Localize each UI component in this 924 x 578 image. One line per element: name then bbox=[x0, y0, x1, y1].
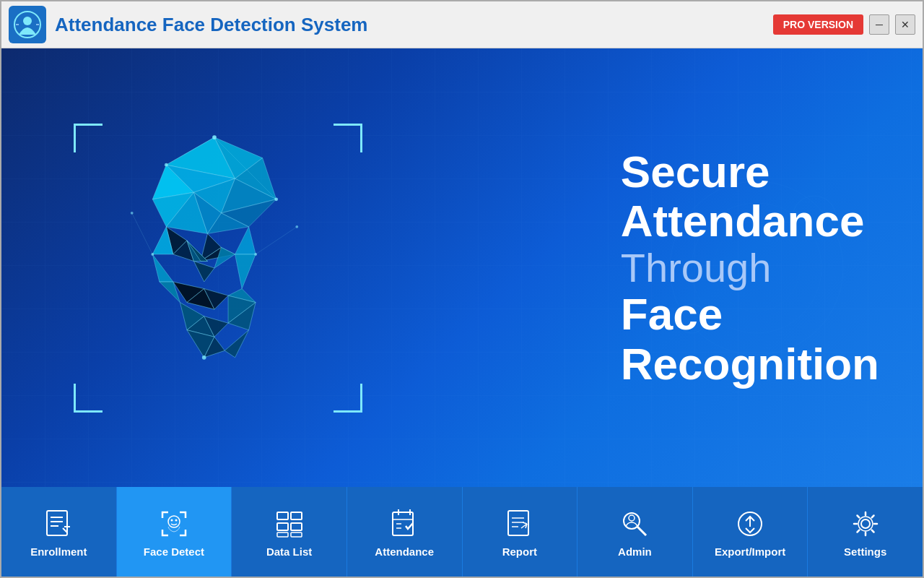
hero-banner: Secure Attendance Through Face Recogniti… bbox=[1, 48, 923, 487]
nav-label-data-list: Data List bbox=[266, 545, 312, 558]
nav-label-face-detect: Face Detect bbox=[144, 545, 204, 558]
app-title: Attendance Face Detection System bbox=[55, 14, 367, 36]
nav-item-settings[interactable]: Settings bbox=[808, 487, 923, 577]
nav-label-settings: Settings bbox=[844, 545, 886, 558]
svg-point-49 bbox=[151, 253, 154, 256]
export-import-icon bbox=[733, 506, 767, 541]
svg-marker-25 bbox=[235, 226, 256, 254]
hero-tagline-line3: Through bbox=[621, 246, 879, 290]
hero-tagline-line5: Recognition bbox=[621, 339, 879, 388]
svg-point-83 bbox=[629, 515, 635, 521]
svg-point-50 bbox=[254, 253, 257, 256]
svg-point-1 bbox=[23, 17, 32, 25]
svg-marker-29 bbox=[193, 261, 214, 282]
svg-point-52 bbox=[131, 211, 134, 214]
nav-item-face-detect[interactable]: Face Detect bbox=[117, 487, 232, 577]
close-button[interactable]: ✕ bbox=[895, 14, 915, 35]
app-logo bbox=[9, 6, 46, 43]
nav-item-data-list[interactable]: Data List bbox=[232, 487, 347, 577]
nav-label-enrollment: Enrollment bbox=[30, 545, 87, 558]
data-list-icon bbox=[272, 506, 307, 541]
hero-tagline-line4: Face bbox=[621, 290, 879, 339]
svg-line-82 bbox=[637, 527, 646, 535]
svg-rect-66 bbox=[291, 512, 302, 519]
svg-rect-69 bbox=[277, 532, 288, 537]
nav-label-report: Report bbox=[502, 545, 537, 558]
svg-rect-68 bbox=[291, 523, 302, 530]
svg-line-57 bbox=[256, 226, 297, 254]
hero-tagline-line1: Secure bbox=[621, 147, 879, 196]
svg-rect-58 bbox=[47, 511, 67, 535]
svg-line-56 bbox=[132, 212, 153, 254]
hero-tagline-line2: Attendance bbox=[621, 197, 879, 246]
admin-icon bbox=[617, 506, 652, 541]
svg-rect-67 bbox=[277, 523, 288, 530]
svg-point-51 bbox=[202, 355, 206, 359]
nav-item-attendance[interactable]: Attendance bbox=[347, 487, 463, 577]
main-window: Attendance Face Detection System PRO VER… bbox=[0, 0, 924, 578]
svg-marker-34 bbox=[152, 254, 173, 281]
nav-item-admin[interactable]: Admin bbox=[578, 487, 693, 577]
hero-text: Secure Attendance Through Face Recogniti… bbox=[621, 147, 879, 388]
nav-item-report[interactable]: Report bbox=[463, 487, 578, 577]
settings-icon bbox=[848, 506, 883, 541]
svg-marker-36 bbox=[235, 254, 256, 288]
nav-item-enrollment[interactable]: Enrollment bbox=[1, 487, 117, 577]
attendance-icon bbox=[387, 506, 422, 541]
face-illustration bbox=[81, 116, 348, 420]
bottom-nav: Enrollment Fac bbox=[1, 487, 923, 577]
svg-point-86 bbox=[861, 519, 870, 528]
title-bar: Attendance Face Detection System PRO VER… bbox=[1, 1, 923, 48]
svg-rect-70 bbox=[291, 532, 302, 537]
svg-marker-45 bbox=[225, 329, 248, 357]
enrollment-icon bbox=[41, 506, 76, 541]
pro-badge: PRO VERSION bbox=[773, 14, 863, 35]
title-bar-left: Attendance Face Detection System bbox=[9, 6, 367, 43]
svg-point-62 bbox=[168, 516, 180, 527]
nav-label-export-import: Export/Import bbox=[715, 545, 785, 558]
svg-point-64 bbox=[175, 519, 177, 521]
svg-point-63 bbox=[170, 519, 173, 521]
face-detect-icon bbox=[157, 506, 191, 541]
report-icon bbox=[502, 506, 537, 541]
minimize-button[interactable]: ─ bbox=[869, 14, 889, 35]
nav-label-admin: Admin bbox=[618, 545, 652, 558]
nav-item-export-import[interactable]: Export/Import bbox=[693, 487, 808, 577]
title-bar-right: PRO VERSION ─ ✕ bbox=[773, 14, 915, 35]
svg-rect-65 bbox=[277, 512, 288, 519]
nav-label-attendance: Attendance bbox=[375, 545, 434, 558]
svg-rect-71 bbox=[393, 512, 413, 535]
